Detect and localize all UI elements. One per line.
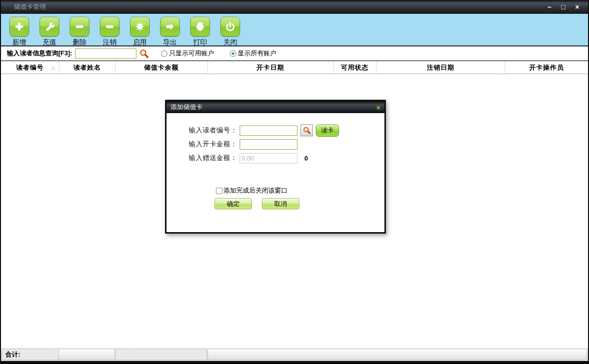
toolbar-button-export[interactable]: 导出 — [160, 17, 180, 47]
window-title: 储值卡管理 — [14, 2, 46, 11]
gift-amount-row: 输入赠送金额： 0 — [167, 152, 384, 164]
column-header-operator[interactable]: 开卡操作员 — [505, 61, 588, 74]
search-label: 输入读者信息查询[F3]: — [7, 49, 72, 58]
toolbar-button-recharge[interactable]: 充值 — [39, 17, 60, 47]
column-header-cancel-date[interactable]: 注销日期 — [377, 61, 505, 74]
status-bar: 合计: — [1, 348, 588, 361]
plus-icon — [9, 17, 29, 37]
gift-amount-suffix: 0 — [304, 155, 308, 162]
reader-id-row: 输入读者编号： 读卡 — [167, 124, 384, 136]
radio-icon — [161, 50, 168, 57]
toolbar-button-print[interactable]: 打印 — [190, 17, 210, 47]
open-amount-label: 输入开卡金额： — [167, 140, 237, 149]
reader-id-input[interactable] — [240, 125, 297, 136]
titlebar[interactable]: 储值卡管理 – □ × — [1, 0, 588, 14]
column-header-card-balance[interactable]: 储值卡余额 — [116, 61, 208, 74]
burst-icon — [130, 17, 150, 37]
radio-label: 显示所有账户 — [238, 49, 276, 58]
radio-show-all[interactable]: 显示所有账户 — [230, 49, 276, 58]
close-button[interactable]: × — [572, 2, 582, 12]
toolbar-button-deactivate[interactable]: 注销 — [99, 17, 120, 47]
close-after-add-row: 添加完成后关闭该窗口 — [216, 186, 384, 195]
maximize-button[interactable]: □ — [558, 2, 568, 12]
add-card-dialog: 添加储值卡 × 输入读者编号： 读卡 输入开卡金额： 输入赠送金额： — [165, 100, 386, 234]
magnifier-icon — [302, 126, 311, 135]
window-bottom-edge — [1, 361, 588, 364]
radio-selected-icon — [230, 50, 236, 57]
printer-icon — [190, 17, 210, 37]
reader-search-button[interactable] — [300, 124, 313, 136]
dialog-title: 添加储值卡 — [170, 103, 203, 112]
read-card-button[interactable]: 读卡 — [316, 124, 339, 137]
open-amount-row: 输入开卡金额： — [167, 138, 384, 150]
toolbar-button-enable[interactable]: 启用 — [129, 17, 150, 47]
toolbar: 新增 充值 删除 注销 启用 — [1, 14, 588, 45]
status-sum-cell — [115, 349, 207, 360]
search-panel: 输入读者信息查询[F3]: 只显示可用账户 显示所有账户 — [1, 45, 588, 61]
column-header-status[interactable]: 可用状态 — [334, 61, 377, 74]
status-total-cell: 合计: — [2, 349, 59, 360]
sort-asc-icon: △ — [51, 65, 55, 70]
arrow-right-icon — [160, 17, 180, 37]
dialog-titlebar[interactable]: 添加储值卡 × — [167, 101, 384, 113]
minimize-button[interactable]: – — [545, 2, 554, 12]
status-cell — [208, 349, 587, 360]
app-window: 储值卡管理 – □ × 新增 充值 删除 — [0, 0, 589, 364]
gift-amount-label: 输入赠送金额： — [167, 154, 237, 162]
dialog-close-button[interactable]: × — [376, 104, 380, 111]
close-after-add-checkbox[interactable] — [216, 188, 222, 194]
wrench-icon — [40, 17, 59, 37]
cancel-button[interactable]: 取消 — [262, 198, 299, 209]
dialog-body: 输入读者编号： 读卡 输入开卡金额： 输入赠送金额： 0 — [167, 113, 384, 209]
open-amount-input[interactable] — [240, 139, 297, 150]
search-icon[interactable] — [139, 48, 149, 59]
minus-icon — [70, 17, 89, 37]
power-icon — [220, 17, 240, 37]
gift-amount-input — [240, 153, 297, 163]
table-header: 读者编号 △ 读者姓名 储值卡余额 开卡日期 可用状态 注销日期 开卡操作员 — [1, 61, 588, 74]
minus-icon — [100, 17, 120, 37]
search-input[interactable] — [75, 48, 136, 59]
toolbar-button-close[interactable]: 关闭 — [220, 17, 241, 47]
status-cell — [59, 349, 115, 360]
toolbar-button-add[interactable]: 新增 — [9, 17, 30, 47]
ok-button[interactable]: 确定 — [214, 198, 252, 209]
toolbar-button-delete[interactable]: 删除 — [69, 17, 90, 47]
radio-label: 只显示可用账户 — [169, 49, 214, 58]
column-header-open-date[interactable]: 开卡日期 — [208, 61, 334, 74]
dialog-buttons: 确定 取消 — [214, 198, 384, 209]
window-controls: – □ × — [545, 2, 582, 12]
checkbox-label: 添加完成后关闭该窗口 — [223, 186, 288, 195]
reader-id-label: 输入读者编号： — [167, 126, 237, 135]
column-header-reader-id[interactable]: 读者编号 △ — [1, 61, 59, 74]
radio-show-available[interactable]: 只显示可用账户 — [161, 49, 214, 58]
column-header-reader-name[interactable]: 读者姓名 — [59, 61, 116, 74]
